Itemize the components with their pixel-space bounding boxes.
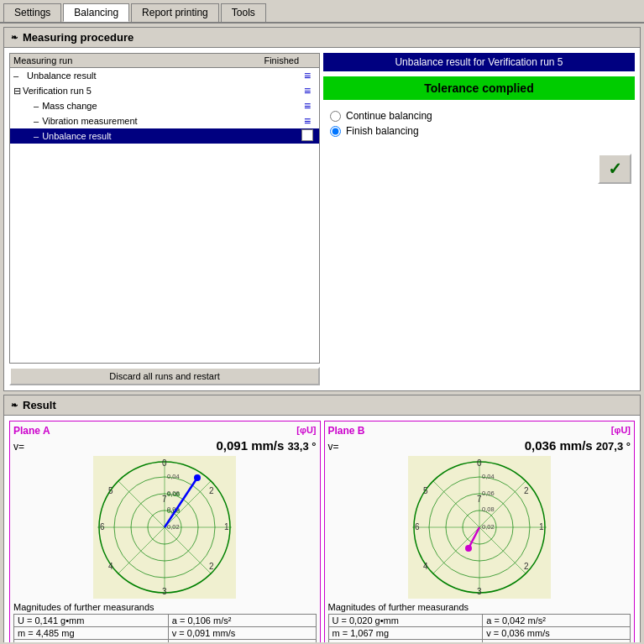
num-1-a: 1 [224, 522, 229, 531]
indent-spacer: – [13, 71, 27, 81]
tree-row-mass-change[interactable]: – Mass change ≡ [10, 98, 319, 113]
plane-b-v-label: v= [328, 441, 339, 453]
radio-continue-input[interactable] [330, 111, 341, 122]
tree-col-finished: Finished [257, 55, 316, 65]
mag-a-2-0: Q = 0,056 mm/s [14, 640, 169, 643]
num-6-b: 6 [415, 522, 420, 531]
indent2-spacer [13, 101, 34, 111]
tree-col-run: Measuring run [13, 55, 257, 65]
expand-icon: ⊟ [13, 86, 21, 97]
result-arrow-icon: ❧ [11, 401, 18, 410]
tree-label-unbalance: Unbalance result [27, 71, 299, 81]
check-icon-unbalance: ≡ [299, 69, 316, 82]
tab-settings[interactable]: Settings [3, 3, 61, 22]
confirm-button[interactable]: ✓ [598, 154, 631, 184]
mag-b-2-1: x = 0,031 μm [483, 640, 631, 643]
indent4-spacer [13, 131, 34, 141]
measuring-procedure-section: ❧ Measuring procedure Measuring run Fini… [3, 27, 641, 391]
vector-tip-b [465, 545, 472, 552]
radio-finish-label: Finish balancing [346, 125, 419, 137]
result-header-box: Unbalance result for Verification run 5 [323, 53, 635, 71]
plane-a-magnitudes-label: Magnitudes of further measurands [13, 602, 317, 612]
lbl-002-a: 0,02 [167, 523, 180, 531]
dash-icon3: – [34, 131, 39, 141]
lbl-006-b: 0,06 [482, 490, 495, 497]
dash-icon: – [34, 101, 39, 111]
plane-a-angle: 33,3 ° [287, 440, 316, 453]
radio-finish[interactable]: Finish balancing [330, 125, 628, 137]
radio-group: Continue balancing Finish balancing [323, 105, 635, 145]
num-4-b: 4 [423, 562, 428, 571]
check-icon-verification: ≡ [299, 84, 316, 97]
plane-b-velocity: 0,036 mm/s [343, 438, 593, 453]
result-title: Result [23, 399, 56, 411]
num-2-a: 2 [209, 486, 214, 495]
measuring-procedure-title: Measuring procedure [23, 31, 134, 44]
plane-b-velocity-row: v= 0,036 mm/s 207,3 ° [328, 438, 631, 453]
num-1-b: 1 [539, 522, 544, 531]
num-0-a: 0 [162, 458, 167, 468]
vector-tip-a [194, 474, 201, 481]
mag-a-0-0: U = 0,141 g•mm [14, 615, 169, 627]
mag-a-1-1: v = 0,091 mm/s [168, 627, 316, 640]
plane-a-magnitudes-table: U = 0,141 g•mm a = 0,106 m/s² m = 4,485 … [13, 614, 317, 642]
lbl-004-a: 0,04 [167, 473, 180, 480]
result-section-header: ❧ Result [4, 395, 640, 416]
lbl-002-b: 0,02 [482, 523, 495, 531]
plane-b-angle: 207,3 ° [596, 440, 631, 453]
mag-row-b-1: m = 1,067 mg v = 0,036 mm/s [328, 627, 631, 640]
plane-a-label: Plane A [13, 425, 50, 437]
tree-label-vibration: Vibration measurement [42, 116, 299, 126]
plane-a-panel: Plane A [φU] v= 0,091 mm/s 33,3 ° [9, 421, 321, 642]
mag-b-1-1: v = 0,036 mm/s [483, 627, 631, 640]
tree-panel: Measuring run Finished – Unbalance resul… [9, 53, 320, 364]
plane-b-magnitudes-table: U = 0,020 g•mm a = 0,042 m/s² m = 1,067 … [328, 614, 631, 642]
plane-a-polar-chart: 0,08 0,06 0 1 3 6 7 2 2 5 4 0 [93, 456, 236, 599]
num-0-b: 0 [477, 458, 482, 468]
num-2-b: 2 [524, 486, 529, 495]
mag-row-a-0: U = 0,141 g•mm a = 0,106 m/s² [14, 615, 317, 627]
num-3-b: 3 [477, 587, 482, 596]
plane-b-panel: Plane B [φU] v= 0,036 mm/s 207,3 ° [324, 421, 636, 642]
num-5-a: 5 [108, 486, 113, 495]
mag-b-0-0: U = 0,020 g•mm [328, 615, 483, 627]
plane-b-polar-chart: 0 1 3 6 7 2 2 5 4 0,08 0,06 0,04 0,02 [408, 456, 551, 599]
tree-label-mass-change: Mass change [42, 101, 299, 111]
plane-b-magnitudes-label: Magnitudes of further measurands [328, 602, 631, 612]
tab-balancing[interactable]: Balancing [63, 3, 129, 22]
main-content: ❧ Measuring procedure Measuring run Fini… [0, 24, 644, 642]
num-4-a: 4 [108, 562, 113, 571]
check-icon-empty [299, 129, 316, 143]
discard-button[interactable]: Discard all runs and restart [9, 367, 320, 385]
indent3-spacer [13, 116, 34, 126]
radio-continue[interactable]: Continue balancing [330, 110, 628, 122]
radio-continue-label: Continue balancing [346, 110, 432, 122]
tree-row-vibration[interactable]: – Vibration measurement ≡ [10, 113, 319, 128]
mag-a-2-1: x = 0,078 μm [168, 640, 316, 643]
measuring-procedure-body: Measuring run Finished – Unbalance resul… [4, 48, 640, 390]
mag-row-b-2: Q = 0,008 mm/s x = 0,031 μm [328, 640, 631, 643]
num-2b-b: 2 [524, 562, 529, 571]
plane-b-title: Plane B [φU] [328, 425, 631, 437]
dash-icon2: – [34, 116, 39, 126]
tree-row-unbalance[interactable]: – Unbalance result ≡ [10, 68, 319, 83]
num-3-a: 3 [162, 587, 167, 596]
radio-finish-input[interactable] [330, 126, 341, 137]
num-5-b: 5 [423, 486, 428, 495]
tree-row-unbalance-selected[interactable]: – Unbalance result [10, 128, 319, 144]
mag-row-b-0: U = 0,020 g•mm a = 0,042 m/s² [328, 615, 631, 627]
mag-row-a-2: Q = 0,056 mm/s x = 0,078 μm [14, 640, 317, 643]
tree-label-unbalance-selected: Unbalance result [42, 131, 299, 141]
lbl-004-b: 0,04 [482, 473, 495, 480]
tree-row-verification[interactable]: ⊟ Verification run 5 ≡ [10, 83, 319, 98]
tab-bar: Settings Balancing Report printing Tools [0, 0, 644, 24]
plane-a-velocity-row: v= 0,091 mm/s 33,3 ° [13, 438, 317, 453]
mag-a-1-0: m = 4,485 mg [14, 627, 169, 640]
plane-a-velocity: 0,091 mm/s [28, 438, 284, 453]
tab-report-printing[interactable]: Report printing [131, 3, 219, 22]
mag-row-a-1: m = 4,485 mg v = 0,091 mm/s [14, 627, 317, 640]
tab-tools[interactable]: Tools [221, 3, 266, 22]
empty-box [301, 129, 313, 141]
mag-b-1-0: m = 1,067 mg [328, 627, 483, 640]
mag-a-0-1: a = 0,106 m/s² [168, 615, 316, 627]
